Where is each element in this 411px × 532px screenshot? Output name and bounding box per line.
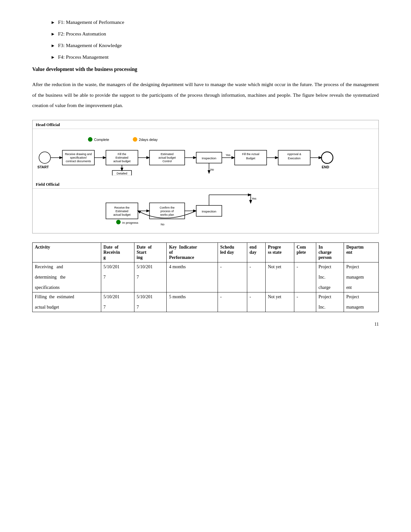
table-row: Filling the estimatedactual budget 5/10/… — [33, 292, 379, 312]
svg-text:Inspection: Inspection — [202, 210, 216, 213]
data-table: Activity Date ofReceiving Date ofStartin… — [32, 242, 379, 312]
th-charge: Inchargeperson — [316, 242, 344, 262]
svg-point-37 — [321, 152, 333, 163]
bullet-list: F1: Management of Performance F2: Proces… — [32, 19, 379, 60]
td-kpi-2: 5 months — [167, 292, 218, 312]
svg-text:Budget: Budget — [246, 157, 255, 160]
td-progress-2: Not yet — [266, 292, 294, 312]
td-date-start-2: 5/10/2017 — [134, 292, 167, 312]
svg-text:Yes: Yes — [226, 153, 230, 157]
td-activity-2: Filling the estimatedactual budget — [33, 292, 101, 312]
svg-text:process of: process of — [161, 210, 174, 213]
svg-text:START: START — [37, 165, 49, 169]
th-date-recv: Date ofReceiving — [101, 242, 134, 262]
td-charge-2: ProjectInc. — [316, 292, 344, 312]
bullet-item-2: F2: Process Automation — [52, 31, 379, 37]
th-kpi: Key IndicatorofPerformance — [167, 242, 218, 262]
table-row: Receiving anddetermining thespecificatio… — [33, 262, 379, 292]
td-end-1: - — [247, 262, 265, 292]
table-header-row: Activity Date ofReceiving Date ofStartin… — [33, 242, 379, 262]
field-official-row: Yes Receive the Estimated actual budget … — [33, 188, 378, 233]
td-date-start-1: 5/10/2017 — [134, 262, 167, 292]
svg-text:2days delay: 2days delay — [139, 138, 158, 142]
th-dept: Department — [344, 242, 379, 262]
svg-point-2 — [133, 137, 137, 142]
th-complete: Complete — [294, 242, 316, 262]
td-charge-1: ProjectInc.charge — [316, 262, 344, 292]
td-sched-1: - — [218, 262, 247, 292]
td-end-2: - — [247, 292, 265, 312]
bullet-item-4: F4: Process Management — [52, 54, 379, 60]
svg-text:Estimated: Estimated — [115, 210, 128, 213]
td-activity-1: Receiving anddetermining thespecificatio… — [33, 262, 101, 292]
svg-text:specification/: specification/ — [70, 156, 87, 159]
svg-text:actual budget: actual budget — [113, 159, 131, 163]
flow-diagram: Head Official Complete 2days delay START… — [32, 120, 379, 233]
svg-text:Estimated: Estimated — [115, 156, 128, 159]
svg-text:Inspection: Inspection — [202, 156, 216, 160]
svg-point-47 — [116, 220, 121, 224]
svg-point-4 — [39, 152, 51, 163]
svg-text:Approval &: Approval & — [287, 153, 301, 156]
td-progress-1: Not yet — [266, 262, 294, 292]
body-text: After the reduction in the waste, the ma… — [32, 79, 379, 111]
th-date-start: Date ofStarting — [134, 242, 167, 262]
td-kpi-1: 4 months — [167, 262, 218, 292]
section-heading: Value development with the business proc… — [32, 66, 379, 72]
th-sched: Scheduled day — [218, 242, 247, 262]
svg-text:contract documents: contract documents — [66, 159, 91, 163]
svg-text:actual budget: actual budget — [113, 213, 131, 216]
td-sched-2: - — [218, 292, 247, 312]
svg-text:Confirm the: Confirm the — [160, 206, 174, 209]
svg-text:In progress: In progress — [122, 221, 138, 224]
bullet-item-1: F1: Management of Performance — [52, 19, 379, 25]
th-activity: Activity — [33, 242, 101, 262]
head-official-label: Head Official — [33, 120, 378, 129]
svg-point-0 — [88, 137, 93, 142]
field-flow-svg: Yes Receive the Estimated actual budget … — [36, 193, 375, 229]
svg-text:works plan: works plan — [160, 213, 174, 216]
svg-text:Receive the: Receive the — [114, 206, 130, 209]
svg-text:Execution: Execution — [288, 157, 300, 160]
td-date-recv-1: 5/10/2017 — [101, 262, 134, 292]
head-flow-svg: Complete 2days delay START Receive drawi… — [36, 133, 375, 175]
td-complete-2: - — [294, 292, 316, 312]
svg-text:actual budget: actual budget — [158, 156, 176, 159]
head-official-row: Complete 2days delay START Receive drawi… — [33, 129, 378, 180]
th-end: endday — [247, 242, 265, 262]
svg-text:No: No — [161, 222, 164, 226]
svg-text:Control: Control — [162, 159, 172, 163]
svg-text:Estimated: Estimated — [161, 153, 173, 156]
td-date-recv-2: 5/10/2017 — [101, 292, 134, 312]
th-progress: Progress state — [266, 242, 294, 262]
svg-text:Yes: Yes — [252, 197, 257, 200]
td-complete-1: - — [294, 262, 316, 292]
svg-text:Fill the: Fill the — [118, 153, 126, 156]
page-number: 11 — [32, 322, 379, 327]
bullet-item-3: F3: Management of Knowledge — [52, 43, 379, 48]
svg-text:END: END — [322, 165, 329, 169]
svg-text:Detailed: Detailed — [117, 172, 127, 175]
svg-text:Receive drawing and: Receive drawing and — [65, 153, 92, 156]
svg-text:Complete: Complete — [94, 138, 109, 142]
field-official-label: Field Official — [33, 180, 378, 188]
svg-text:No: No — [210, 168, 214, 171]
td-dept-2: Projectmanagem — [344, 292, 379, 312]
svg-text:Fill the Actual: Fill the Actual — [242, 153, 259, 156]
td-dept-1: Projectmanagement — [344, 262, 379, 292]
